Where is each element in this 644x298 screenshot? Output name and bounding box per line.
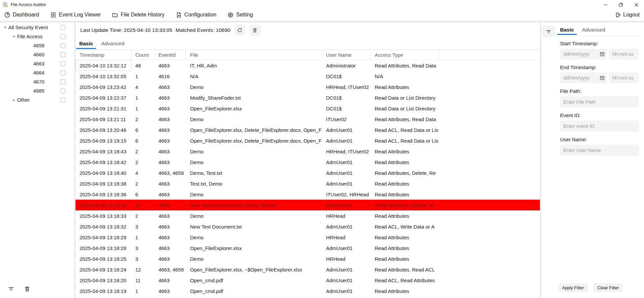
table-row[interactable]: 2025-04-09 13:18:3664663DemoITUser02, HR… <box>76 189 540 200</box>
table-row[interactable]: 2025-04-09 13:18:2914663DemoHRHeadRead A… <box>76 232 540 243</box>
maximize-icon[interactable] <box>613 0 629 9</box>
tree-item-checkbox[interactable] <box>60 88 65 93</box>
tree-item-checkbox[interactable] <box>60 25 65 30</box>
table-row[interactable]: 2025-04-09 13:21:1124663DemoITUser02Read… <box>76 114 540 125</box>
file-path-label: File Path: <box>560 88 639 94</box>
delete-results-button[interactable] <box>249 24 261 36</box>
cell-eventid: 4663 <box>154 135 186 146</box>
cell-file: Demo <box>186 210 322 221</box>
tree-item-checkbox[interactable] <box>60 61 65 66</box>
tree-item-4660[interactable]: 4660 <box>0 50 74 59</box>
cell-filler <box>439 114 540 125</box>
table-row[interactable]: 2025-04-09 13:18:3824663Test.txt, DemoAd… <box>76 178 540 189</box>
chevron-down-icon[interactable]: ▾ <box>12 35 16 38</box>
table-row[interactable]: 2025-04-09 13:18:20114663Open_cmd.pdfAdm… <box>76 275 540 286</box>
table-row[interactable]: 2025-04-09 13:22:3714663Modify_ShareFode… <box>76 92 540 103</box>
nav-item-event-log-viewer[interactable]: Event Log Viewer <box>50 12 101 18</box>
apply-filter-button[interactable]: Apply Filter <box>558 283 588 292</box>
tree-item-checkbox[interactable] <box>60 34 65 39</box>
table-row[interactable]: 2025-04-09 13:18:4224663DemoAdmUser01Rea… <box>76 157 540 167</box>
cell-timestamp: 2025-04-10 13:32:12 <box>76 60 131 71</box>
table-row[interactable]: 2025-04-10 13:32:0514616N/ADC01$N/A <box>76 71 540 82</box>
table-row[interactable]: 2025-04-09 13:18:3234663New Text Documen… <box>76 221 540 232</box>
start-time-input[interactable] <box>609 49 639 59</box>
cell-count: 1 <box>131 71 154 82</box>
cell-filler <box>439 210 540 221</box>
tree-item-4670[interactable]: 4670 <box>0 77 74 86</box>
cell-eventid: 4663 <box>154 92 186 103</box>
cell-count: 10 <box>131 200 154 210</box>
table-row[interactable]: 2025-04-09 13:19:1564663Open_FileExplore… <box>76 135 540 146</box>
collapse-filter-button[interactable] <box>542 26 555 37</box>
table-row[interactable]: 2025-04-09 13:18:24124663, 4659Open_File… <box>76 264 540 275</box>
table-row[interactable]: 2025-04-09 13:21:3114663Open_FileExplore… <box>76 103 540 114</box>
sidebar-footer <box>0 285 74 293</box>
tree-item-4663[interactable]: 4663 <box>0 59 74 68</box>
tree-item-checkbox[interactable] <box>60 43 65 48</box>
tree-item-4664[interactable]: 4664 <box>0 68 74 77</box>
tree-item-checkbox[interactable] <box>60 97 65 102</box>
filter-tab-advanced[interactable]: Advanced <box>582 24 605 36</box>
table-row[interactable]: 2025-04-09 13:18:2834663Open_FileExplore… <box>76 243 540 253</box>
user-name-label: User Name: <box>560 137 639 142</box>
tab-basic[interactable]: Basic <box>79 38 93 50</box>
table-row[interactable]: 2025-04-09 13:20:4664663Open_FileExplore… <box>76 125 540 135</box>
tree-item-other[interactable]: ▸Other <box>0 95 74 104</box>
table-row[interactable]: 2025-04-09 13:18:2534663DemoHRHeadRead A… <box>76 253 540 264</box>
table-row[interactable]: 2025-04-09 13:23:4244663DemoHRHead, ITUs… <box>76 82 540 92</box>
tree-item-checkbox[interactable] <box>60 52 65 57</box>
table-row[interactable]: 2025-04-09 13:18:1914663Open_cmd.pdfAdmU… <box>76 286 540 296</box>
navbar: DashboardEvent Log ViewerFile Delete His… <box>0 9 644 21</box>
tree-item-all-security-event[interactable]: ▾All Security Event <box>0 23 74 32</box>
table-row[interactable]: 2025-04-09 13:18:3324663DemoHRHeadRead A… <box>76 210 540 221</box>
cell-filler <box>439 253 540 264</box>
tab-advanced[interactable]: Advanced <box>101 38 124 50</box>
tree-item-checkbox[interactable] <box>60 70 65 75</box>
cell-user-name: AdmUser01 <box>322 178 371 189</box>
tree-item-checkbox[interactable] <box>60 79 65 84</box>
cell-eventid: 4663 <box>154 103 186 114</box>
close-icon[interactable] <box>629 0 644 9</box>
logout-button[interactable]: Logout <box>615 12 640 18</box>
cell-eventid: 4663 <box>154 232 186 243</box>
cell-filler <box>439 60 540 71</box>
trash-icon[interactable] <box>24 285 31 293</box>
nav-item-configuration[interactable]: Configuration <box>176 12 216 18</box>
chevron-right-icon[interactable]: ▸ <box>12 98 16 102</box>
cell-count: 3 <box>131 243 154 253</box>
cell-access-type: Read Attributes, Read ACL <box>371 264 439 275</box>
trash-icon <box>252 27 258 33</box>
table-row[interactable]: 2025-04-10 13:32:12484663IT, HR, AdmAdmi… <box>76 60 540 71</box>
refresh-button[interactable] <box>234 24 245 36</box>
clear-filter-button[interactable]: Clear Filter <box>594 283 623 292</box>
cell-access-type: Read Attributes <box>371 146 439 157</box>
nav-item-dashboard[interactable]: Dashboard <box>4 12 39 18</box>
cell-timestamp: 2025-04-09 13:18:43 <box>76 146 131 157</box>
nav-item-setting[interactable]: Setting <box>227 12 253 18</box>
tree-item-4659[interactable]: 4659 <box>0 41 74 50</box>
tree-item-4985[interactable]: 4985 <box>0 86 74 95</box>
cell-user-name: AdmUser01 <box>322 275 371 286</box>
table-row-highlighted[interactable]: 2025-04-09 13:18:35104663New Text Docume… <box>76 200 540 210</box>
calendar-icon[interactable] <box>600 52 605 57</box>
user-name-input[interactable] <box>560 145 639 156</box>
cell-user-name: HRHead, ITUser02 <box>322 82 371 92</box>
tree-item-file-access[interactable]: ▾File Access <box>0 32 74 41</box>
cell-user-name: AdmUser01 <box>322 157 371 167</box>
filter-tab-basic[interactable]: Basic <box>560 24 574 36</box>
minimize-icon[interactable] <box>598 0 613 9</box>
last-update-time: Last Update Time: 2025-04-10 13:33:05 <box>80 27 172 33</box>
event-id-input[interactable] <box>560 120 639 132</box>
chevron-down-icon[interactable]: ▾ <box>3 26 7 29</box>
table-row[interactable]: 2025-04-09 13:18:4324663DemoHRHead, ITUs… <box>76 146 540 157</box>
cell-count: 1 <box>131 232 154 243</box>
cell-file: Demo <box>186 253 322 264</box>
filter-lines-icon[interactable] <box>7 285 15 293</box>
end-time-input[interactable] <box>609 72 639 83</box>
table-row[interactable]: 2025-04-09 13:18:4044663, 4659Demo, Test… <box>76 167 540 178</box>
cell-timestamp: 2025-04-09 13:21:11 <box>76 114 131 125</box>
cell-access-type: Read ACL, Read Data or Lis <box>371 125 439 135</box>
file-path-input[interactable] <box>560 96 639 107</box>
calendar-icon[interactable] <box>600 76 605 81</box>
nav-item-file-delete-history[interactable]: File Delete History <box>112 12 165 18</box>
